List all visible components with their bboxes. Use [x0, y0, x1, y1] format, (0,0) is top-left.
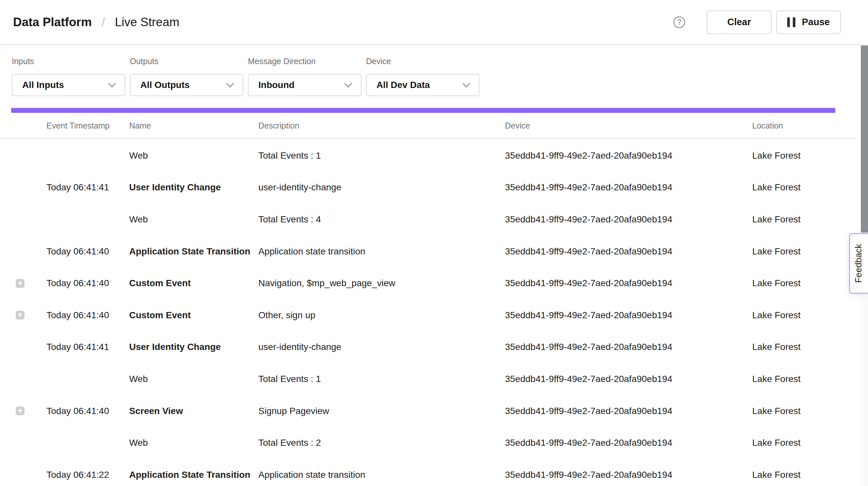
- cell-description: user-identity-change: [258, 182, 505, 193]
- filter-label: Outputs: [130, 57, 243, 65]
- column-header-device: Device: [505, 121, 752, 130]
- pause-icon: [787, 17, 796, 27]
- cell-location: Lake Forest: [752, 342, 857, 352]
- filter-select-value: All Outputs: [140, 80, 190, 90]
- plus-icon[interactable]: +: [16, 311, 25, 320]
- filter-select-value: All Dev Data: [376, 80, 430, 90]
- column-header-name: Name: [129, 121, 258, 130]
- table-row[interactable]: + Today 06:41:41 User Identity Change us…: [0, 331, 857, 363]
- cell-name: Custom Event: [129, 310, 258, 321]
- header-actions: ? Clear Pause: [673, 10, 841, 34]
- cell-name: User Identity Change: [129, 182, 258, 193]
- filter-device: Device All Dev Data: [366, 45, 479, 96]
- cell-location: Lake Forest: [752, 182, 857, 193]
- cell-name: Web: [129, 150, 258, 161]
- table-header-row: Event Timestamp Name Description Device …: [0, 113, 857, 139]
- question-circle-icon[interactable]: ?: [673, 17, 685, 28]
- cell-device: 35eddb41-9ff9-49e2-7aed-20afa90eb194: [505, 310, 752, 321]
- outputs-select[interactable]: All Outputs: [130, 74, 243, 96]
- column-header-description: Description: [258, 121, 505, 130]
- cell-description: Navigation, $mp_web_page_view: [258, 278, 505, 288]
- cell-description: Application state transition: [258, 246, 505, 257]
- filter-label: Device: [366, 57, 479, 65]
- feedback-tab[interactable]: Feedback: [849, 233, 868, 294]
- cell-location: Lake Forest: [752, 406, 857, 416]
- filter-bar: Inputs All Inputs Outputs All Outputs Me…: [12, 45, 479, 96]
- filter-label: Message Direction: [248, 57, 362, 65]
- live-stream-page: { "header": { "breadcrumb": { "section":…: [0, 0, 868, 486]
- cell-location: Lake Forest: [752, 150, 857, 161]
- cell-name: Application State Transition: [129, 469, 258, 480]
- cell-event-timestamp: Today 06:41:40: [46, 278, 129, 288]
- cell-device: 35eddb41-9ff9-49e2-7aed-20afa90eb194: [505, 214, 752, 225]
- table-row[interactable]: + Today 06:41:40 Custom Event Navigation…: [0, 267, 857, 299]
- cell-event-timestamp: Today 06:41:41: [46, 182, 129, 193]
- cell-description: Total Events : 1: [258, 374, 505, 384]
- cell-event-timestamp: Today 06:41:22: [46, 469, 129, 480]
- table-row[interactable]: + Web Total Events : 4 35eddb41-9ff9-49e…: [0, 204, 857, 236]
- filter-outputs: Outputs All Outputs: [130, 45, 243, 96]
- cell-location: Lake Forest: [752, 246, 857, 257]
- pause-button[interactable]: Pause: [776, 10, 841, 34]
- feedback-tab-label: Feedback: [854, 244, 864, 283]
- cell-device: 35eddb41-9ff9-49e2-7aed-20afa90eb194: [505, 342, 752, 352]
- accent-bar: [11, 108, 835, 113]
- table-row[interactable]: + Web Total Events : 1 35eddb41-9ff9-49e…: [0, 140, 857, 172]
- page-header: Data Platform / Live Stream ? Clear Paus…: [0, 0, 868, 45]
- plus-icon[interactable]: +: [16, 406, 25, 415]
- cell-device: 35eddb41-9ff9-49e2-7aed-20afa90eb194: [505, 437, 752, 448]
- filter-inputs: Inputs All Inputs: [12, 45, 125, 96]
- column-header-event-timestamp: Event Timestamp: [46, 121, 129, 130]
- cell-description: Total Events : 1: [258, 150, 505, 161]
- cell-description: user-identity-change: [258, 342, 505, 352]
- filter-label: Inputs: [12, 57, 125, 65]
- breadcrumb-separator: /: [102, 16, 105, 28]
- event-stream-table: + Web Total Events : 1 35eddb41-9ff9-49e…: [0, 140, 857, 486]
- cell-event-timestamp: Today 06:41:40: [46, 246, 129, 257]
- cell-name: Custom Event: [129, 278, 258, 288]
- cell-device: 35eddb41-9ff9-49e2-7aed-20afa90eb194: [505, 374, 752, 384]
- cell-device: 35eddb41-9ff9-49e2-7aed-20afa90eb194: [505, 469, 752, 480]
- cell-name: Web: [129, 214, 258, 225]
- cell-name: Application State Transition: [129, 246, 258, 257]
- table-row[interactable]: + Today 06:41:22 Application State Trans…: [0, 459, 857, 486]
- device-select[interactable]: All Dev Data: [366, 74, 479, 96]
- breadcrumb-live-stream: Live Stream: [115, 16, 179, 28]
- cell-event-timestamp: Today 06:41:40: [46, 310, 129, 321]
- table-row[interactable]: + Today 06:41:40 Screen View Signup Page…: [0, 395, 857, 427]
- cell-description: Total Events : 2: [258, 437, 505, 448]
- cell-event-timestamp: Today 06:41:40: [46, 406, 129, 416]
- table-row[interactable]: + Web Total Events : 2 35eddb41-9ff9-49e…: [0, 427, 857, 459]
- cell-location: Lake Forest: [752, 310, 857, 321]
- breadcrumb: Data Platform / Live Stream: [13, 16, 180, 28]
- table-row[interactable]: + Today 06:41:40 Custom Event Other, sig…: [0, 299, 857, 331]
- chevron-down-icon: [108, 80, 116, 88]
- filter-select-value: All Inputs: [22, 80, 64, 90]
- pause-button-label: Pause: [802, 17, 830, 28]
- cell-location: Lake Forest: [752, 214, 857, 225]
- table-row[interactable]: + Web Total Events : 1 35eddb41-9ff9-49e…: [0, 363, 857, 395]
- cell-name: Screen View: [129, 406, 258, 416]
- table-row[interactable]: + Today 06:41:40 Application State Trans…: [0, 236, 857, 268]
- cell-device: 35eddb41-9ff9-49e2-7aed-20afa90eb194: [505, 150, 752, 161]
- cell-name: Web: [129, 374, 258, 384]
- chevron-down-icon: [226, 80, 234, 88]
- cell-device: 35eddb41-9ff9-49e2-7aed-20afa90eb194: [505, 278, 752, 288]
- column-header-location: Location: [752, 121, 857, 130]
- breadcrumb-data-platform[interactable]: Data Platform: [13, 16, 92, 28]
- clear-button[interactable]: Clear: [707, 10, 772, 34]
- filter-select-value: Inbound: [258, 80, 294, 90]
- cell-device: 35eddb41-9ff9-49e2-7aed-20afa90eb194: [505, 182, 752, 193]
- cell-device: 35eddb41-9ff9-49e2-7aed-20afa90eb194: [505, 246, 752, 257]
- cell-name: Web: [129, 437, 258, 448]
- plus-icon[interactable]: +: [16, 279, 25, 288]
- message-direction-select[interactable]: Inbound: [248, 74, 362, 96]
- table-row[interactable]: + Today 06:41:41 User Identity Change us…: [0, 172, 857, 204]
- cell-description: Application state transition: [258, 469, 505, 480]
- cell-location: Lake Forest: [752, 374, 857, 384]
- scrollbar-thumb[interactable]: [861, 45, 868, 233]
- inputs-select[interactable]: All Inputs: [12, 74, 125, 96]
- cell-description: Total Events : 4: [258, 214, 505, 225]
- cell-name: User Identity Change: [129, 342, 258, 352]
- cell-location: Lake Forest: [752, 469, 857, 480]
